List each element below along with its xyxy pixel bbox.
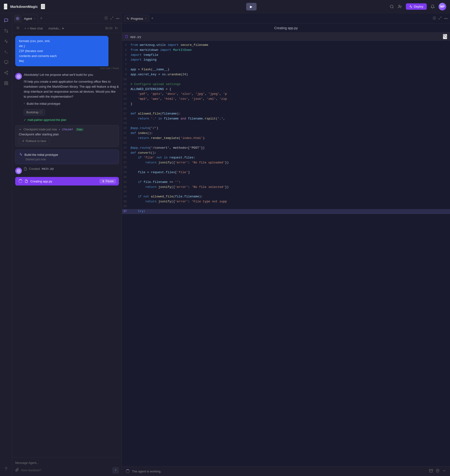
free-badge: Free (76, 128, 83, 131)
code-line-8: 8app = Flask(__name__) (122, 67, 450, 72)
code-line-10: 10 (122, 77, 450, 82)
code-line-15: 15} (122, 102, 450, 107)
info-icon: ⓘ (39, 110, 42, 114)
code-line-37: 37 try: (122, 209, 450, 214)
editor-file-tab: app.py (122, 33, 450, 41)
right-expand-button[interactable] (438, 16, 442, 21)
svg-rect-8 (4, 60, 8, 63)
home-button[interactable]: ⌂ (4, 4, 7, 10)
message-input[interactable] (15, 460, 119, 465)
sidebar-icon-git[interactable] (2, 27, 11, 35)
svg-point-13 (7, 73, 8, 75)
rollback-button[interactable]: ↺ Rollback to here (19, 138, 49, 144)
tab-progress[interactable]: Progress × (124, 15, 149, 22)
deploy-button[interactable]: Deploy (406, 3, 427, 10)
pin-button[interactable] (436, 469, 439, 474)
chat-input-area: Have feedback? (12, 458, 122, 476)
progress-bar: Creating app.py ⏸ Pause (15, 177, 119, 186)
editor-title-bar: Creating app.py (122, 24, 450, 33)
checkpoint-header: Checkpoint made just now • 370c64f Free (19, 128, 115, 131)
menu-button[interactable] (15, 25, 21, 31)
sidebar-bottom: ? (2, 465, 11, 473)
message-timestamp-1: Just now • Read (15, 67, 119, 70)
code-line-7: 7 (122, 62, 450, 67)
editor-container: Creating app.py app.py 3from werkzeug.ut… (122, 24, 450, 466)
code-line-31: 31 if file.filename == '': (122, 180, 450, 185)
archive-button[interactable] (429, 469, 433, 474)
progress-label: Creating app.py (30, 180, 52, 183)
app-title: MarkdownMagic (10, 5, 38, 9)
svg-line-14 (6, 73, 7, 74)
user-message-content-1: formats (csv, json, xml,etc.)ZIP (Iterat… (15, 36, 108, 66)
notifications-button[interactable] (431, 5, 435, 9)
chat-messages: formats (csv, json, xml,etc.)ZIP (Iterat… (12, 33, 122, 458)
code-line-32: 32 return jsonify({'error': 'No file sel… (122, 185, 450, 190)
svg-rect-42 (429, 469, 433, 470)
code-line-24: 24@app.route('/convert', methods=['POST'… (122, 146, 450, 151)
status-text: The agent is working. (132, 470, 161, 473)
layout-toggle-button[interactable]: ☰ (41, 4, 45, 9)
copy-button[interactable] (443, 34, 447, 39)
tab-agent[interactable]: Agent × (21, 15, 38, 22)
cost-display: $0.00 ↻ (105, 25, 119, 31)
new-chat-button[interactable]: + + New chat (23, 26, 45, 31)
tab-add-button[interactable]: + (39, 16, 43, 21)
play-button[interactable]: ▶ (246, 3, 257, 11)
pause-button[interactable]: ⏸ Pause (100, 179, 116, 184)
header-center: ▶ (113, 3, 390, 11)
svg-point-44 (437, 470, 438, 471)
user-avatar[interactable]: MP (439, 3, 446, 11)
sidebar-icon-deploy[interactable] (2, 37, 11, 46)
tab-progress-close[interactable]: × (145, 17, 146, 20)
collapse-button[interactable] (442, 469, 446, 474)
sidebar-icon-help[interactable]: ? (2, 465, 11, 473)
svg-point-35 (18, 170, 19, 171)
code-line-27: 27 return jsonify({'error': 'No file upl… (122, 160, 450, 165)
checkpoint-title: Checkpoint after starting plan (19, 133, 115, 136)
refresh-cost-button[interactable]: ↻ (114, 25, 119, 31)
svg-rect-41 (444, 36, 446, 37)
sidebar-icon-terminal[interactable] (2, 48, 11, 56)
attach-button[interactable] (15, 468, 19, 473)
approval-status: ✓ matt-palmer approved the plan (24, 118, 119, 122)
agent-action-content: Created main.py (24, 167, 54, 170)
checkpoint-hash: • 370c64f (59, 128, 73, 131)
task-icon (19, 153, 23, 157)
code-line-26: 26 if 'file' not in request.files: (122, 155, 450, 160)
tab-actions: ••• (104, 16, 120, 21)
agent-avatar-2 (15, 168, 22, 174)
sidebar-icon-chat[interactable] (2, 16, 11, 25)
split-view-button[interactable] (104, 16, 108, 21)
sidebar-icon-grid[interactable] (2, 79, 11, 87)
right-tab-add-button[interactable]: + (150, 16, 154, 21)
left-panel: Agent × + ••• (12, 13, 122, 476)
agent-text-1: Absolutely! Let me propose what we'll bu… (24, 72, 119, 122)
send-button[interactable] (112, 467, 119, 474)
svg-point-31 (20, 129, 21, 130)
code-line-4: 4from markitdown import MarkItDown (122, 48, 450, 53)
code-editor[interactable]: 3from werkzeug.utils import secure_filen… (122, 41, 450, 466)
right-panel-tabs: Progress × + ••• (122, 13, 450, 24)
chat-input-row: Have feedback? (15, 465, 119, 474)
svg-rect-17 (6, 81, 8, 83)
bootstrap-badge[interactable]: Bootstrap ⓘ (24, 109, 45, 115)
right-split-view-button[interactable] (432, 16, 437, 21)
agent-action-message: Created main.py (15, 167, 119, 174)
code-line-12: 12ALLOWED_EXTENSIONS = { (122, 87, 450, 92)
code-line-25: 25def convert(): (122, 151, 450, 156)
search-button[interactable] (390, 5, 394, 9)
tab-agent-close[interactable]: × (34, 17, 35, 20)
svg-point-34 (17, 169, 20, 172)
svg-point-30 (18, 76, 19, 77)
more-options-button[interactable]: ••• (115, 16, 120, 21)
right-tab-actions: ••• (432, 16, 448, 21)
chat-selector[interactable]: markdo... ▾ (47, 26, 66, 31)
expand-button[interactable] (110, 16, 114, 21)
code-line-11: 11# Configure upload settings (122, 82, 450, 87)
right-status-bar: The agent is working. (122, 466, 450, 476)
editor-filename: app.py (130, 35, 141, 38)
right-more-button[interactable]: ••• (444, 16, 448, 21)
sidebar-icon-branch[interactable] (2, 68, 11, 77)
sidebar-icon-monitor[interactable] (2, 58, 11, 66)
add-user-button[interactable] (398, 5, 402, 9)
